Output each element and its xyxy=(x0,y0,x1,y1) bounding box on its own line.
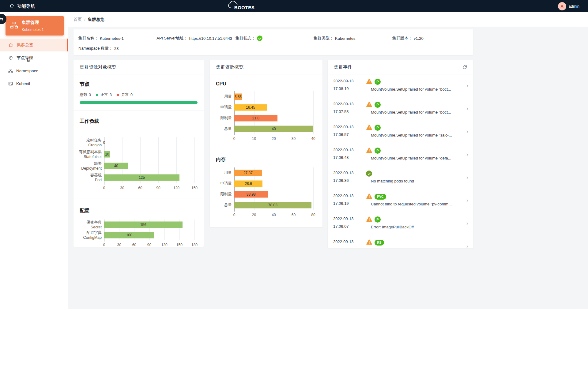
sidebar-item-节点管理[interactable]: 节点管理 xyxy=(0,51,68,64)
success-check-icon xyxy=(366,171,372,177)
cluster-manage-card[interactable]: 集群管理 Kubernetes-1 xyxy=(6,16,64,36)
chart-category-label: 保密字典Secret xyxy=(80,220,102,230)
event-row[interactable]: 2022-09-1317:08:19PMountVolume.SetUp fai… xyxy=(328,74,473,97)
memory-chart: 用量申请量限制量总量27.8728.633.9878.03020406080 xyxy=(216,167,316,218)
chevron-right-icon[interactable]: › xyxy=(466,197,468,203)
sidebar-menu: 集群总览节点管理NamespaceKubectl xyxy=(0,39,68,90)
sidebar-item-label: 集群总览 xyxy=(17,42,33,48)
username: admin xyxy=(569,4,579,9)
cluster-icon xyxy=(10,21,18,30)
x-tick-label: 150 xyxy=(191,186,198,190)
x-axis-ticks: 0306090120150 xyxy=(104,183,194,191)
panel-cluster-objects: 集群资源对象概览 节点 总数 3 正常 3 异常 0 工作负载 定时任务Cron… xyxy=(74,60,204,247)
gridline xyxy=(194,220,195,240)
info-value: https://10.10.17.51:6443 xyxy=(189,36,232,41)
event-row[interactable]: 2022-09-1317:06:48PMountVolume.SetUp fai… xyxy=(328,143,473,166)
event-body: PMountVolume.SetUp failed for volume "bo… xyxy=(366,79,468,97)
bar-value-label: 10 xyxy=(105,152,109,156)
warning-icon xyxy=(366,101,372,108)
warning-icon xyxy=(366,216,372,223)
x-tick-label: 0 xyxy=(103,243,105,247)
event-row[interactable]: 2022-09-13RS› xyxy=(328,235,473,248)
node-bad-label: 异常 xyxy=(121,92,129,97)
event-message: Cannot bind to requested volume "pv-comm… xyxy=(371,202,458,206)
chevron-right-icon[interactable]: › xyxy=(466,83,468,88)
x-axis-ticks: 020406080 xyxy=(234,210,313,218)
x-tick-label: 60 xyxy=(132,243,136,247)
panel-header: 集群资源对象概览 xyxy=(74,60,204,74)
event-time: 17:06:48 xyxy=(333,155,366,160)
event-datetime: 2022-09-1317:06:48 xyxy=(333,148,366,166)
warning-icon xyxy=(366,147,372,154)
event-row[interactable]: 2022-09-1317:06:57PMountVolume.SetUp fai… xyxy=(328,120,473,143)
node-bad-value: 0 xyxy=(130,93,133,97)
x-tick-label: 90 xyxy=(147,243,151,247)
x-tick-label: 30 xyxy=(120,186,124,190)
chart-labels: 定时任务Cronjob有状态副本集Statefulset部署Deployment… xyxy=(80,137,102,191)
sidebar-item-Namespace[interactable]: Namespace xyxy=(0,64,68,77)
chart-labels: 保密字典Secret配置字典ConfigMap xyxy=(80,220,102,248)
event-icons: P xyxy=(366,79,468,85)
event-row[interactable]: 2022-09-1317:06:07PError: ImagePullBackO… xyxy=(328,212,473,235)
event-message: MountVolume.SetUp failed for volume "boc… xyxy=(371,110,458,114)
x-tick-label: 180 xyxy=(191,243,198,247)
x-axis-ticks: 010203040 xyxy=(234,134,313,142)
x-tick-label: 0 xyxy=(233,137,236,141)
event-icons: RS xyxy=(366,239,468,246)
x-tick-label: 150 xyxy=(176,243,183,247)
info-field: 集群状态： xyxy=(236,36,314,41)
chart-plot: 1561000306090120150180 xyxy=(104,220,194,248)
chart-category-label: 部署Deployment xyxy=(80,160,102,172)
function-nav-button[interactable]: 功能导航 xyxy=(9,0,35,12)
event-message: MountVolume.SetUp failed for volume "boc… xyxy=(371,87,458,92)
event-row[interactable]: 2022-09-1317:07:53PMountVolume.SetUp fai… xyxy=(328,97,473,120)
x-tick-label: 20 xyxy=(252,213,256,217)
node-icon xyxy=(8,55,13,60)
chevron-right-icon[interactable]: › xyxy=(466,129,468,134)
mouse-cursor xyxy=(27,58,31,64)
chevron-right-icon[interactable]: › xyxy=(466,220,468,226)
refresh-icon[interactable] xyxy=(462,65,467,69)
resource-badge: P xyxy=(375,79,381,85)
chevron-right-icon[interactable]: › xyxy=(466,152,468,157)
event-date: 2022-09-13 xyxy=(333,148,366,152)
panel-cluster-resources: 集群资源概览 CPU 用量申请量限制量总量3.8316.4521.8400102… xyxy=(210,60,322,227)
panel-body: CPU 用量申请量限制量总量3.8316.4521.840010203040 内… xyxy=(210,81,322,218)
chart-row: 33.98 xyxy=(234,189,313,200)
breadcrumb-home[interactable]: 首页 xyxy=(74,17,82,22)
chart-row: 16.45 xyxy=(234,102,313,113)
node-section-heading: 节点 xyxy=(80,81,198,88)
chart-plot: 3.8316.4521.840010203040 xyxy=(234,91,313,142)
collapse-icon: ⇆ xyxy=(0,17,3,21)
event-body: PMountVolume.SetUp failed for volume "de… xyxy=(366,148,468,166)
event-icons xyxy=(366,171,468,177)
event-icons: P xyxy=(366,148,468,154)
chevron-right-icon[interactable]: › xyxy=(466,106,468,111)
sidebar-item-label: Kubectl xyxy=(16,81,30,86)
event-row[interactable]: 2022-09-1317:06:19PVCCannot bind to requ… xyxy=(328,189,473,212)
x-tick-label: 40 xyxy=(311,137,315,141)
user-menu[interactable]: A admin xyxy=(558,0,579,12)
sidebar-item-集群总览[interactable]: 集群总览 xyxy=(0,39,68,51)
info-label: 集群名称： xyxy=(78,36,98,41)
event-icons: P xyxy=(366,216,468,223)
app-root: 功能导航 BOOTES A admin ⇆ 集群管理 Kubernetes-1 … xyxy=(0,0,588,379)
event-date: 2022-09-13 xyxy=(333,171,366,175)
event-datetime: 2022-09-1317:06:07 xyxy=(333,216,366,235)
sidebar-item-Kubectl[interactable]: Kubectl xyxy=(0,77,68,90)
event-message: Error: ImagePullBackOff xyxy=(371,225,458,229)
panel-title: 集群资源对象概览 xyxy=(80,64,116,70)
info-value: Kubernetes-1 xyxy=(100,36,124,41)
x-tick-label: 120 xyxy=(173,186,179,190)
info-label: 集群状态： xyxy=(236,36,255,41)
x-tick-label: 20 xyxy=(272,137,276,141)
chevron-right-icon[interactable]: › xyxy=(466,243,468,248)
resource-badge: RS xyxy=(375,240,384,246)
event-date: 2022-09-13 xyxy=(333,239,366,244)
bar-value-label: 156 xyxy=(140,223,146,227)
node-stats: 总数 3 正常 3 异常 0 xyxy=(80,92,198,97)
chart-category-label: 有状态副本集Statefulset xyxy=(80,148,102,160)
chevron-right-icon[interactable]: › xyxy=(466,174,468,180)
event-row[interactable]: 2022-09-1317:06:36No matching pods found… xyxy=(328,166,473,189)
x-tick-label: 120 xyxy=(161,243,168,247)
